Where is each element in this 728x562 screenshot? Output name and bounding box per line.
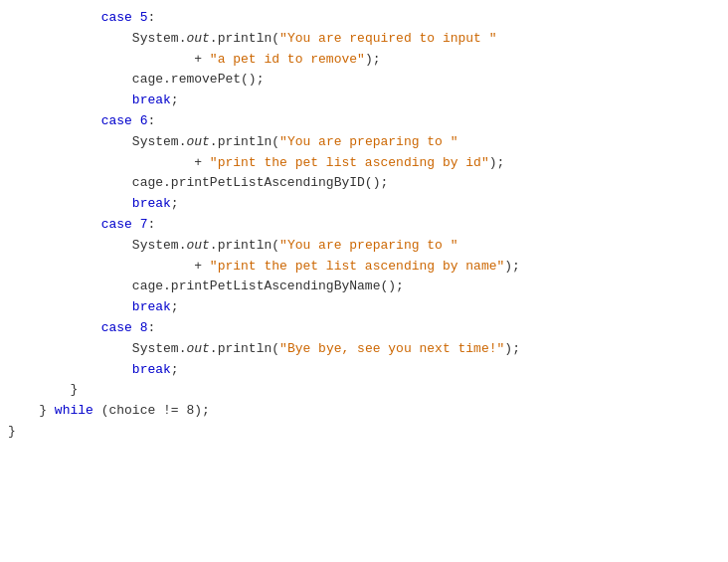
code-line: + "a pet id to remove"); <box>0 50 728 71</box>
token-plain: cage.removePet(); <box>132 72 265 87</box>
token-indent <box>8 52 194 67</box>
code-line: } while (choice != 8); <box>0 401 728 422</box>
token-out-italic: out <box>186 238 209 253</box>
line-content: case 5: <box>8 8 720 29</box>
token-str-orange: "print the pet list ascending by id" <box>210 155 489 170</box>
token-indent <box>8 113 101 128</box>
line-content: System.out.println("Bye bye, see you nex… <box>8 339 720 360</box>
code-line: } <box>0 422 728 443</box>
code-line: } <box>0 380 728 401</box>
token-plain: ); <box>504 341 520 356</box>
token-out-italic: out <box>186 341 209 356</box>
token-plain: + <box>194 259 210 274</box>
token-cls: System <box>132 341 179 356</box>
token-cls: System <box>132 134 179 149</box>
token-plain: } <box>39 403 55 418</box>
token-kw: break <box>132 196 171 211</box>
token-str-orange: "print the pet list ascending by name" <box>210 259 504 274</box>
token-plain: + <box>194 52 210 67</box>
line-content: case 7: <box>8 215 720 236</box>
line-content: cage.printPetListAscendingByName(); <box>8 277 720 297</box>
token-out-italic: out <box>186 31 209 46</box>
token-indent <box>8 238 132 253</box>
code-line: cage.removePet(); <box>0 70 728 91</box>
token-plain: : <box>147 320 155 335</box>
token-indent <box>8 403 39 418</box>
token-plain <box>132 113 140 128</box>
token-indent <box>8 134 132 149</box>
token-plain <box>132 320 140 335</box>
token-indent <box>8 31 132 46</box>
token-indent <box>8 72 132 87</box>
token-str-orange: "You are preparing to " <box>279 134 457 149</box>
code-line: System.out.println("You are required to … <box>0 29 728 50</box>
line-content: case 6: <box>8 111 720 132</box>
token-plain: : <box>147 10 155 25</box>
token-plain: ); <box>365 52 381 67</box>
token-kw: while <box>55 403 93 418</box>
line-content: + "a pet id to remove"); <box>8 50 720 71</box>
code-line: System.out.println("You are preparing to… <box>0 236 728 257</box>
line-content: break; <box>8 360 720 381</box>
code-line: case 8: <box>0 318 728 339</box>
token-plain: } <box>8 424 16 439</box>
token-indent <box>8 155 194 170</box>
token-indent <box>8 217 101 232</box>
code-line: break; <box>0 360 728 381</box>
token-plain <box>132 217 140 232</box>
code-line: System.out.println("You are preparing to… <box>0 132 728 153</box>
token-kw: case <box>101 320 132 335</box>
code-line: break; <box>0 194 728 215</box>
token-kw: break <box>132 93 171 107</box>
token-indent <box>8 196 132 211</box>
code-line: break; <box>0 297 728 318</box>
code-line: cage.printPetListAscendingByID(); <box>0 173 728 194</box>
token-kw: break <box>132 299 171 314</box>
token-indent <box>8 320 101 335</box>
token-plain: ; <box>171 299 179 314</box>
code-line: case 6: <box>0 111 728 132</box>
code-line: case 5: <box>0 8 728 29</box>
token-plain: .println( <box>210 134 279 149</box>
line-content: break; <box>8 91 720 111</box>
line-content: cage.printPetListAscendingByID(); <box>8 173 720 194</box>
line-content: System.out.println("You are preparing to… <box>8 236 720 257</box>
line-content: } <box>8 380 720 401</box>
token-indent <box>8 259 194 274</box>
token-indent <box>8 341 132 356</box>
token-plain: .println( <box>210 341 279 356</box>
token-kw: break <box>132 362 171 377</box>
token-indent <box>8 382 70 397</box>
token-plain: cage.printPetListAscendingByID(); <box>132 175 388 190</box>
code-editor: case 5: System.out.println("You are requ… <box>0 0 728 562</box>
token-out-italic: out <box>186 134 209 149</box>
token-plain: (choice != 8); <box>93 403 210 418</box>
token-str-orange: "You are preparing to " <box>279 238 457 253</box>
token-plain: .println( <box>210 238 279 253</box>
token-plain: ; <box>171 362 179 377</box>
line-content: break; <box>8 297 720 318</box>
token-plain: : <box>147 217 155 232</box>
token-plain: } <box>70 382 78 397</box>
token-plain: : <box>147 113 155 128</box>
token-plain: cage.printPetListAscendingByName(); <box>132 279 404 293</box>
code-line: System.out.println("Bye bye, see you nex… <box>0 339 728 360</box>
line-content: } <box>8 422 720 443</box>
line-content: + "print the pet list ascending by id"); <box>8 153 720 174</box>
line-content: break; <box>8 194 720 215</box>
token-plain: ); <box>489 155 505 170</box>
token-str-orange: "a pet id to remove" <box>210 52 365 67</box>
token-kw: case <box>101 217 132 232</box>
code-line: break; <box>0 91 728 111</box>
token-plain: ; <box>171 93 179 107</box>
code-line: case 7: <box>0 215 728 236</box>
token-cls: System <box>132 31 179 46</box>
token-kw: case <box>101 113 132 128</box>
line-content: cage.removePet(); <box>8 70 720 91</box>
token-plain: .println( <box>210 31 279 46</box>
token-indent <box>8 93 132 107</box>
token-plain: ); <box>504 259 520 274</box>
token-str-orange: "Bye bye, see you next time!" <box>279 341 504 356</box>
token-indent <box>8 362 132 377</box>
code-line: + "print the pet list ascending by id"); <box>0 153 728 174</box>
